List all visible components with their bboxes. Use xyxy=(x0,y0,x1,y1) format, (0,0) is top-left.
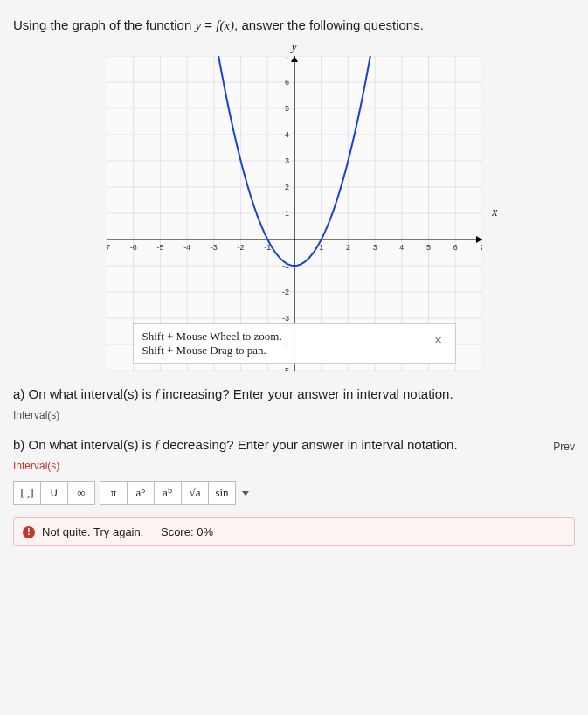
qb-label: Interval(s) xyxy=(13,460,575,472)
qa-post: increasing? Enter your answer in interva… xyxy=(159,386,453,401)
svg-text:5: 5 xyxy=(284,104,288,113)
y-axis-label: y xyxy=(107,40,482,54)
pi-button[interactable]: π xyxy=(100,481,128,505)
svg-text:-4: -4 xyxy=(183,243,190,252)
prompt-pre: Using the graph of the function xyxy=(13,17,195,32)
qb-post: decreasing? Enter your answer in interva… xyxy=(159,437,458,452)
graph-container: y -7-6-5-4-3-2-11234567-5-4-3-2-11234567… xyxy=(13,40,575,371)
qb-pre: b) On what interval(s) is xyxy=(13,437,156,452)
svg-text:-3: -3 xyxy=(210,243,217,252)
union-button[interactable]: ∪ xyxy=(40,481,68,505)
svg-text:2: 2 xyxy=(345,243,349,252)
feedback-box: ! Not quite. Try again. Score: 0% xyxy=(13,517,575,546)
svg-text:-2: -2 xyxy=(281,288,288,296)
svg-text:1: 1 xyxy=(284,209,288,218)
hint-line2: Shift + Mouse Drag to pan. xyxy=(142,344,446,358)
degree-button[interactable]: a° xyxy=(127,481,155,505)
question-prompt: Using the graph of the function y = f(x)… xyxy=(13,17,575,33)
svg-text:7: 7 xyxy=(480,243,482,252)
chevron-down-icon[interactable] xyxy=(242,491,249,496)
svg-text:-5: -5 xyxy=(281,366,288,371)
infinity-button[interactable]: ∞ xyxy=(67,481,95,505)
svg-text:3: 3 xyxy=(372,243,377,252)
qa-pre: a) On what interval(s) is xyxy=(13,386,156,401)
sin-button[interactable]: sin xyxy=(208,481,236,505)
feedback-msg: Not quite. Try again. xyxy=(42,525,143,538)
prompt-mid: = xyxy=(201,17,216,32)
qa-label: Interval(s) xyxy=(13,409,575,421)
svg-marker-30 xyxy=(476,236,482,243)
svg-text:2: 2 xyxy=(284,183,288,191)
svg-text:6: 6 xyxy=(284,78,288,87)
svg-text:5: 5 xyxy=(426,243,431,252)
prompt-post: , answer the following questions. xyxy=(234,17,424,32)
hint-line1: Shift + Mouse Wheel to zoom. xyxy=(142,330,446,344)
close-icon[interactable]: ✕ xyxy=(430,333,446,348)
math-toolbar: [ ,] ∪ ∞ π a° aᵇ √a sin xyxy=(13,481,575,505)
svg-text:4: 4 xyxy=(399,243,404,252)
x-axis-label: x xyxy=(492,205,497,219)
interval-button[interactable]: [ ,] xyxy=(13,481,41,505)
prompt-rhs: f(x) xyxy=(216,18,234,32)
svg-text:-2: -2 xyxy=(237,243,244,252)
power-button[interactable]: aᵇ xyxy=(154,481,182,505)
prev-button[interactable]: Prev xyxy=(553,441,575,453)
svg-text:1: 1 xyxy=(319,243,323,252)
feedback-score: Score: 0% xyxy=(161,525,213,538)
question-a: a) On what interval(s) is f increasing? … xyxy=(13,386,575,402)
svg-text:4: 4 xyxy=(284,130,288,139)
zoom-hint-box: Shift + Mouse Wheel to zoom. Shift + Mou… xyxy=(133,323,456,364)
sqrt-button[interactable]: √a xyxy=(181,481,209,505)
svg-marker-31 xyxy=(291,56,298,62)
svg-text:-5: -5 xyxy=(156,243,163,252)
svg-text:7: 7 xyxy=(284,56,288,60)
svg-text:3: 3 xyxy=(284,156,288,165)
question-b: b) On what interval(s) is f decreasing? … xyxy=(13,437,575,453)
svg-text:6: 6 xyxy=(453,243,457,252)
svg-text:-6: -6 xyxy=(129,243,136,252)
svg-text:-7: -7 xyxy=(107,243,110,252)
error-icon: ! xyxy=(23,526,35,538)
svg-text:-3: -3 xyxy=(281,314,288,323)
